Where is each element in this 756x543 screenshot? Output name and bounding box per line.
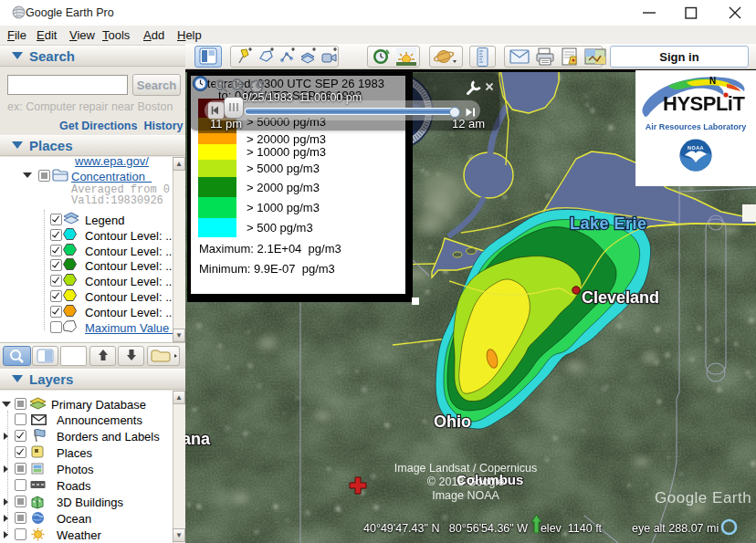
svg-text:Ohio: Ohio bbox=[434, 412, 471, 431]
svg-text:ana: ana bbox=[185, 430, 211, 448]
svg-text:Image NOAA: Image NOAA bbox=[432, 489, 499, 502]
svg-text:Image Landsat / Copernicus: Image Landsat / Copernicus bbox=[394, 462, 537, 475]
svg-text:Air Resources Laboratory: Air Resources Laboratory bbox=[646, 122, 747, 131]
svg-text:Cleveland: Cleveland bbox=[582, 288, 659, 307]
svg-text:© 2018 Google: © 2018 Google bbox=[427, 475, 504, 488]
svg-text:Lake Erie: Lake Erie bbox=[570, 214, 647, 233]
svg-text:NOAA: NOAA bbox=[688, 145, 704, 151]
svg-text:N: N bbox=[709, 76, 716, 86]
svg-text:HYSPLiT: HYSPLiT bbox=[663, 92, 745, 115]
